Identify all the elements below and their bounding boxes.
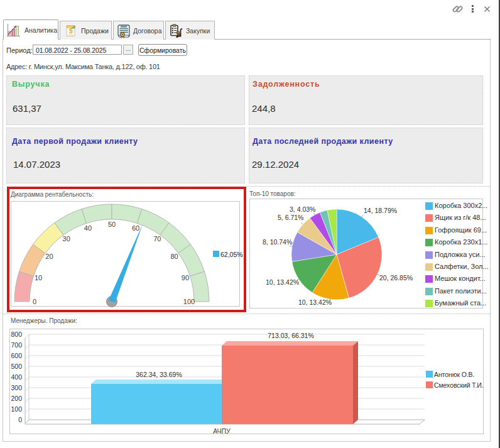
svg-text:60: 60 <box>132 224 139 232</box>
svg-text:362.34, 33.69%: 362.34, 33.69% <box>136 371 182 378</box>
svg-text:5, 6.71%: 5, 6.71% <box>278 214 303 221</box>
svg-text:0: 0 <box>18 416 22 423</box>
svg-text:700: 700 <box>11 341 22 349</box>
svg-text:АЧПУ: АЧПУ <box>213 427 231 435</box>
svg-text:62,05%: 62,05% <box>220 251 243 258</box>
svg-text:80: 80 <box>170 253 178 260</box>
svg-text:713.03, 66.31%: 713.03, 66.31% <box>268 332 314 339</box>
svg-text:$: $ <box>69 28 73 35</box>
svg-text:40: 40 <box>84 224 92 232</box>
svg-text:10: 10 <box>35 274 42 281</box>
svg-text:0: 0 <box>33 298 36 305</box>
svg-text:800: 800 <box>11 331 22 338</box>
svg-text:10, 13.42%: 10, 13.42% <box>266 278 299 286</box>
svg-text:100: 100 <box>183 298 195 305</box>
svg-text:500: 500 <box>11 363 22 370</box>
svg-text:3, 4.03%: 3, 4.03% <box>290 205 315 213</box>
svg-text:Смеховский Т.И.: Смеховский Т.И. <box>434 381 483 389</box>
svg-text:70: 70 <box>153 235 161 243</box>
svg-text:10, 13.42%: 10, 13.42% <box>298 298 332 306</box>
svg-text:200: 200 <box>11 395 22 402</box>
svg-text:600: 600 <box>11 352 22 359</box>
svg-text:300: 300 <box>11 384 22 391</box>
svg-text:20: 20 <box>45 253 53 260</box>
svg-text:90: 90 <box>182 274 189 281</box>
svg-text:8, 10.74%: 8, 10.74% <box>263 238 292 246</box>
svg-text:400: 400 <box>11 373 22 381</box>
svg-text:Антонюк О.В.: Антонюк О.В. <box>434 371 474 378</box>
svg-text:50: 50 <box>108 221 116 228</box>
svg-text:14, 18.79%: 14, 18.79% <box>364 207 397 214</box>
svg-text:20, 26.85%: 20, 26.85% <box>379 274 413 281</box>
svg-text:100: 100 <box>11 405 22 413</box>
svg-text:30: 30 <box>63 235 70 243</box>
